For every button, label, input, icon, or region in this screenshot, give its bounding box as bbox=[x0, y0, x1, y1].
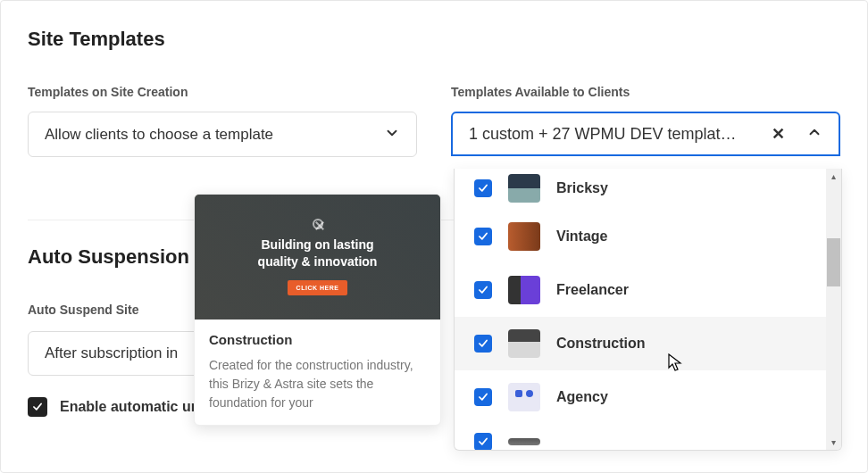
chevron-down-icon bbox=[384, 125, 400, 144]
settings-panel: Site Templates Templates on Site Creatio… bbox=[0, 0, 868, 473]
templates-on-creation-label: Templates on Site Creation bbox=[28, 85, 417, 99]
templates-row: Templates on Site Creation Allow clients… bbox=[28, 85, 840, 157]
scroll-up-icon[interactable]: ▴ bbox=[826, 169, 841, 184]
templates-dropdown-list: BricksyVintageFreelancerConstructionAgen… bbox=[455, 169, 828, 450]
template-thumbnail bbox=[508, 438, 540, 445]
templates-available-col: Templates Available to Clients 1 custom … bbox=[451, 85, 840, 157]
scroll-down-icon[interactable]: ▾ bbox=[826, 435, 841, 450]
template-preview-body: Construction Created for the constructio… bbox=[195, 319, 440, 425]
templates-available-summary: 1 custom + 27 WPMU DEV templat… bbox=[469, 125, 759, 144]
template-preview-image: Building on lasting quality & innovation… bbox=[195, 195, 440, 319]
checkbox-checked-icon[interactable] bbox=[474, 388, 492, 406]
template-thumbnail bbox=[508, 276, 540, 304]
scrollbar-thumb[interactable] bbox=[827, 238, 840, 286]
templates-available-label: Templates Available to Clients bbox=[451, 85, 840, 99]
template-option[interactable]: Vintage bbox=[455, 210, 828, 263]
checkbox-checked-icon[interactable] bbox=[474, 228, 492, 245]
checkbox-checked-icon[interactable] bbox=[474, 433, 492, 450]
close-icon bbox=[313, 219, 323, 229]
template-option-label: Freelancer bbox=[556, 282, 629, 298]
template-thumbnail bbox=[508, 383, 540, 411]
template-option[interactable]: Construction bbox=[455, 317, 828, 370]
hero-line-1: Building on lasting bbox=[262, 236, 374, 254]
template-thumbnail bbox=[508, 174, 540, 203]
page-title: Site Templates bbox=[28, 28, 840, 51]
clear-icon[interactable]: ✕ bbox=[772, 124, 785, 144]
template-option[interactable] bbox=[455, 424, 828, 450]
scrollbar-track[interactable]: ▴ ▾ bbox=[826, 169, 841, 450]
hero-cta-button: CLICK HERE bbox=[288, 280, 348, 296]
template-option[interactable]: Freelancer bbox=[455, 263, 828, 317]
checkbox-checked-icon[interactable] bbox=[28, 397, 47, 417]
chevron-up-icon[interactable] bbox=[806, 124, 822, 144]
template-option[interactable]: Agency bbox=[455, 370, 828, 424]
checkbox-checked-icon[interactable] bbox=[474, 335, 492, 353]
template-option-label: Agency bbox=[556, 389, 608, 405]
template-option[interactable]: Bricksy bbox=[455, 169, 828, 210]
template-option-label: Bricksy bbox=[556, 180, 608, 196]
checkbox-checked-icon[interactable] bbox=[474, 281, 492, 299]
templates-available-combo[interactable]: 1 custom + 27 WPMU DEV templat… ✕ bbox=[451, 112, 840, 156]
template-thumbnail bbox=[508, 222, 540, 251]
template-option-label: Vintage bbox=[556, 228, 608, 245]
templates-dropdown[interactable]: BricksyVintageFreelancerConstructionAgen… bbox=[454, 169, 842, 451]
template-preview-card: Building on lasting quality & innovation… bbox=[194, 194, 441, 426]
hero-line-2: quality & innovation bbox=[258, 253, 378, 271]
auto-suspend-value: After subscription in bbox=[45, 344, 178, 361]
checkbox-checked-icon[interactable] bbox=[474, 179, 492, 197]
templates-on-creation-select[interactable]: Allow clients to choose a template bbox=[28, 112, 417, 157]
template-preview-desc: Created for the construction industry, t… bbox=[209, 356, 426, 412]
templates-on-creation-value: Allow clients to choose a template bbox=[45, 126, 273, 144]
templates-on-creation-col: Templates on Site Creation Allow clients… bbox=[28, 85, 417, 157]
template-preview-title: Construction bbox=[209, 332, 426, 347]
template-thumbnail bbox=[508, 329, 540, 358]
template-option-label: Construction bbox=[556, 336, 646, 352]
